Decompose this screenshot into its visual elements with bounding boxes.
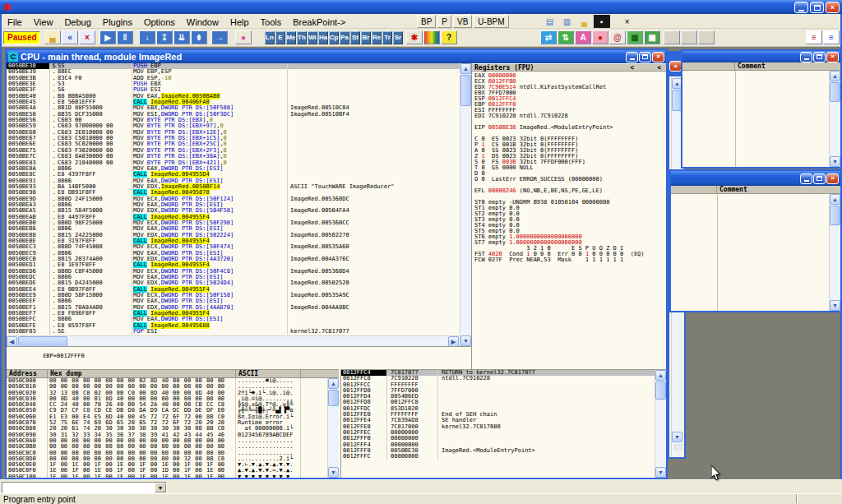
scroll-down-icon[interactable]: ▼	[830, 156, 840, 167]
letter-button-St[interactable]: St	[350, 31, 360, 44]
plugin-button-bp[interactable]: BP	[417, 15, 436, 28]
letter-button-Sr[interactable]: Sr	[393, 31, 403, 44]
combo-dropdown-icon[interactable]: ▼	[155, 483, 166, 492]
appearance-icon[interactable]	[423, 30, 440, 44]
close-program-icon[interactable]: ×	[79, 30, 95, 44]
letter-button-Pa[interactable]: Pa	[340, 31, 349, 44]
ascii-icon[interactable]: A	[575, 30, 591, 44]
minimize-button[interactable]	[626, 52, 638, 62]
menu-item-view[interactable]: View	[28, 16, 59, 29]
maximize-button[interactable]	[813, 52, 826, 62]
menu-item-options[interactable]: Options	[138, 16, 181, 29]
step-into-icon[interactable]: ↓	[139, 30, 155, 44]
pause-icon[interactable]: ‖	[117, 30, 133, 44]
memory-map-icon[interactable]: ▦	[627, 30, 643, 44]
scroll-down-icon[interactable]: ▼	[830, 300, 840, 311]
disasm-row[interactable]: 0050BE9D.8B0D 24F15000MOV ECX,DWORD PTR …	[7, 197, 460, 202]
letter-button-Ln[interactable]: Ln	[265, 31, 275, 44]
cpu-titlebar[interactable]: C CPU - main thread, module ImageRed ×	[7, 50, 666, 63]
stack-row[interactable]: 0012FFFC00000000	[341, 454, 666, 460]
letter-button-Th[interactable]: Th	[297, 31, 307, 44]
close-icon[interactable]: ×	[826, 52, 839, 62]
disassembly-scrollbar[interactable]: ▲ ▼	[460, 63, 471, 346]
animate-into-icon[interactable]: ⇊	[173, 30, 190, 44]
letter-button-Me[interactable]: Me	[286, 31, 296, 44]
cpu-window[interactable]: C CPU - main thread, module ImageRed × 0…	[5, 49, 668, 479]
scroll-thumb[interactable]	[830, 206, 840, 225]
menu-item-debug[interactable]: Debug	[58, 16, 96, 29]
book-icon[interactable]: ▥	[559, 15, 576, 28]
disassembly-hscrollbar[interactable]: ◀ ▶	[7, 335, 460, 346]
menu-item-window[interactable]: Window	[181, 16, 224, 29]
copy-page-icon[interactable]: ▤	[542, 15, 558, 28]
spiral-icon[interactable]: @	[609, 30, 626, 44]
maximize-button[interactable]	[813, 173, 826, 184]
register-row[interactable]: FCW 027F Prec NEAR,53 Mask 1 1 1 1 1 1	[474, 257, 666, 263]
command-combobox[interactable]: ▼	[2, 482, 167, 493]
comment-window-2[interactable]: × Comment ▲ ▼	[669, 169, 840, 312]
menu-item-help[interactable]: Help	[224, 16, 255, 29]
disasm-row[interactable]: 0050BEFE.E8 8597F8FFCALL ImageRed.004956…	[7, 323, 460, 329]
menu-item-plugins[interactable]: Plugins	[97, 16, 138, 29]
registers-pane[interactable]: Registers (FPU) < < EAX 00000000ECX 0012…	[471, 63, 666, 369]
scroll-up-icon[interactable]: ▲	[460, 63, 471, 74]
close-icon[interactable]: ×	[826, 173, 839, 184]
scroll-up-icon[interactable]: ▲	[655, 370, 666, 381]
register-row[interactable]: T 0 GS 0000 NULL	[474, 165, 666, 171]
window-icon[interactable]: ▣	[644, 30, 660, 44]
console-icon[interactable]: ▪	[594, 15, 610, 28]
step-over-icon[interactable]: ↧	[156, 30, 173, 44]
disasm-row[interactable]: 0050BE38$55PUSH EBP	[7, 63, 460, 69]
disasm-row[interactable]: 0050BE3E.53PUSH EBX	[7, 81, 460, 87]
restart-icon[interactable]: «	[62, 30, 78, 44]
maximize-button[interactable]	[639, 52, 651, 62]
disasm-row[interactable]: 0050BE83.C683 21040000 00MOV BYTE PTR DS…	[7, 160, 460, 166]
animate-over-icon[interactable]: ⇟	[191, 30, 207, 44]
background-window-close-button[interactable]: ×	[669, 61, 682, 72]
register-row[interactable]: EFL 00000246 (NO,NB,E,BE,NS,PE,GE,LE)	[474, 188, 666, 194]
window-titlebar[interactable]: ✱ ×	[0, 0, 842, 14]
scroll-thumb[interactable]	[328, 390, 339, 406]
minimize-button[interactable]	[800, 173, 812, 184]
menu-item-breakpoint[interactable]: BreakPoint->	[287, 16, 351, 29]
resize-grip[interactable]: ░░	[673, 444, 683, 450]
plugin-button-p[interactable]: P	[437, 15, 451, 28]
disasm-row[interactable]: 0050BE3B.83C4 F0ADD ESP,-10	[7, 76, 460, 81]
comment-window-2-titlebar[interactable]: ×	[671, 171, 840, 186]
disassembly-pane[interactable]: 0050BE38$55PUSH EBP0050BE39.8BECMOV EBP,…	[7, 63, 460, 335]
notes-list-icon[interactable]: ≡	[823, 30, 840, 44]
registers-next-icon[interactable]: <	[657, 64, 661, 71]
disasm-row[interactable]: 0050BF03.5EPOP ESIkernel32.7C817077	[7, 329, 460, 335]
empty-slot-3[interactable]	[698, 30, 715, 44]
updown-icon[interactable]: ⇅	[557, 30, 574, 44]
comment-window-1-titlebar[interactable]: ×	[682, 51, 840, 62]
restore-button[interactable]	[810, 2, 824, 13]
plugin-button-u-bpm[interactable]: U-BPM	[474, 15, 508, 28]
folder-icon[interactable]: ▄	[576, 15, 593, 28]
disasm-row[interactable]: 0050BEC3.8B0D 74F45000MOV ECX,DWORD PTR …	[7, 244, 460, 250]
scroll-down-icon[interactable]: ▼	[460, 335, 471, 346]
letter-button-Ha[interactable]: Ha	[318, 31, 328, 44]
minimize-button[interactable]	[794, 2, 808, 13]
register-row[interactable]: EIP 0050BE38 ImageRed.<ModuleEntryPoint>	[474, 125, 666, 131]
open-file-icon[interactable]: ▄	[44, 30, 61, 44]
dump-scrollbar[interactable]: ▲ ▼	[327, 378, 339, 478]
scroll-up-icon[interactable]: ▲	[830, 71, 840, 81]
toolbar-close-icon[interactable]: ×	[619, 15, 636, 28]
scroll-down-icon[interactable]: ▼	[328, 467, 339, 478]
disasm-row[interactable]: 0050BED6.8B0D C8F45000MOV ECX,DWORD PTR …	[7, 269, 460, 275]
disasm-row[interactable]: 0050BEE9.8B0D 58F15000MOV ECX,DWORD PTR …	[7, 293, 460, 298]
record-icon[interactable]: ●	[592, 30, 608, 44]
letter-button-Wi[interactable]: Wi	[308, 31, 317, 44]
disasm-row[interactable]: 0050BE8C.E8 4397F8FFCALL ImageRed.004955…	[7, 172, 460, 178]
close-button[interactable]: ×	[826, 2, 840, 13]
scroll-thumb[interactable]	[460, 75, 471, 106]
scroll-up-icon[interactable]: ▲	[328, 378, 339, 389]
scroll-down-icon[interactable]: ▼	[672, 432, 682, 442]
dump-pane[interactable]: Address Hex dump ASCII 0050C00000 00 00 …	[7, 369, 339, 478]
letter-button-Br[interactable]: Br	[361, 31, 371, 44]
breakpoint-marker-icon[interactable]: ●	[235, 30, 252, 44]
dump-row[interactable]: 0050C1001F 00 1F 00 1F 00 1F 00 1F 00 1F…	[7, 474, 339, 478]
minimize-button[interactable]	[800, 52, 812, 62]
menu-item-file[interactable]: File	[2, 16, 28, 29]
